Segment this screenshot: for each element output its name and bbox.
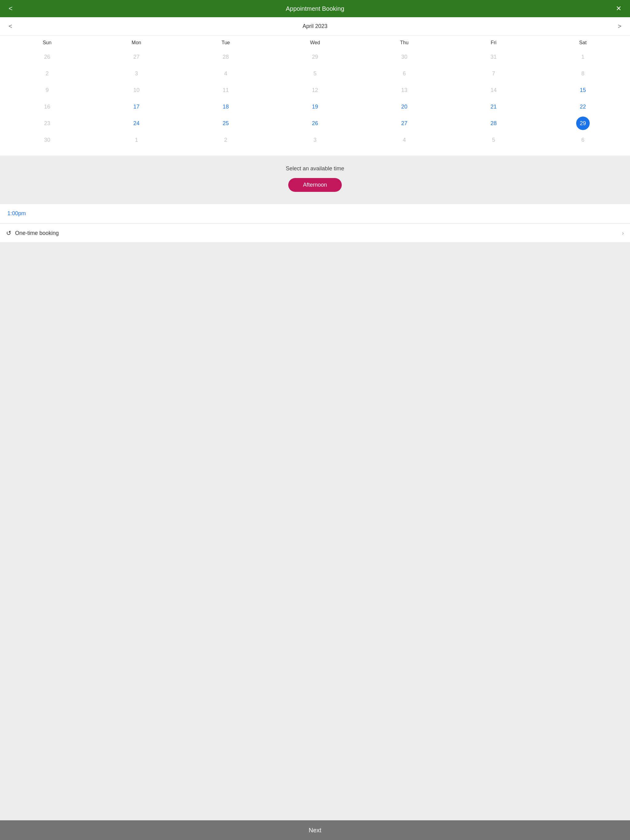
calendar-day: 28 xyxy=(219,50,233,64)
calendar-day-wrapper: 28 xyxy=(181,49,271,65)
calendar-day: 3 xyxy=(308,133,322,147)
calendar-day-wrapper: 11 xyxy=(181,82,271,98)
calendar-day: 4 xyxy=(397,133,411,147)
calendar-day-wrapper: 7 xyxy=(449,65,538,82)
calendar-day-wrapper: 5 xyxy=(271,65,359,82)
calendar-day: 8 xyxy=(576,67,590,80)
calendar-day-wrapper: 18 xyxy=(181,98,271,115)
booking-type-left: ↺ One-time booking xyxy=(6,229,59,237)
calendar-day-wrapper: 20 xyxy=(359,98,449,115)
calendar-day-wrapper: 2 xyxy=(181,132,271,148)
next-button[interactable]: Next xyxy=(0,820,630,840)
day-header-fri: Fri xyxy=(449,38,538,47)
calendar-day-wrapper: 31 xyxy=(449,49,538,65)
calendar-day-wrapper: 9 xyxy=(2,82,92,98)
calendar-day: 6 xyxy=(576,133,590,147)
back-button[interactable]: < xyxy=(6,3,15,14)
calendar-day-wrapper: 3 xyxy=(92,65,181,82)
calendar-day-wrapper: 4 xyxy=(359,132,449,148)
calendar-day: 11 xyxy=(219,83,233,97)
calendar-day-wrapper: 1 xyxy=(538,49,628,65)
calendar-day-wrapper: 3 xyxy=(271,132,359,148)
afternoon-button[interactable]: Afternoon xyxy=(288,178,342,192)
calendar-day-wrapper: 21 xyxy=(449,98,538,115)
page-title: Appointment Booking xyxy=(286,5,344,12)
calendar-day[interactable]: 15 xyxy=(576,83,590,97)
calendar-day: 13 xyxy=(397,83,411,97)
calendar-day-wrapper: 29 xyxy=(271,49,359,65)
calendar-day[interactable]: 21 xyxy=(487,100,500,114)
next-month-button[interactable]: > xyxy=(614,22,625,31)
time-slot[interactable]: 1:00pm xyxy=(7,209,623,218)
calendar-day: 3 xyxy=(130,67,143,80)
calendar-day[interactable]: 26 xyxy=(308,117,322,130)
calendar-day: 9 xyxy=(40,83,54,97)
calendar-day-wrapper: 10 xyxy=(92,82,181,98)
calendar-day: 4 xyxy=(219,67,233,80)
close-button[interactable]: ✕ xyxy=(613,3,624,14)
calendar-day: 29 xyxy=(308,50,322,64)
calendar-day[interactable]: 27 xyxy=(397,117,411,130)
calendar-day: 1 xyxy=(576,50,590,64)
calendar-day-wrapper: 30 xyxy=(2,132,92,148)
calendar-day-wrapper: 5 xyxy=(449,132,538,148)
day-header-sat: Sat xyxy=(538,38,628,47)
calendar-day-wrapper: 27 xyxy=(92,49,181,65)
calendar-day: 1 xyxy=(130,133,143,147)
calendar-day[interactable]: 18 xyxy=(219,100,233,114)
calendar-day: 31 xyxy=(487,50,500,64)
calendar-day: 2 xyxy=(40,67,54,80)
calendar-day-wrapper: 13 xyxy=(359,82,449,98)
calendar-grid: 2627282930311234567891011121314151617181… xyxy=(0,49,630,151)
calendar-day: 10 xyxy=(130,83,143,97)
calendar-day-wrapper: 8 xyxy=(538,65,628,82)
calendar-day: 30 xyxy=(397,50,411,64)
calendar-day-wrapper: 12 xyxy=(271,82,359,98)
month-navigation: < April 2023 > xyxy=(0,17,630,36)
calendar-day[interactable]: 20 xyxy=(397,100,411,114)
calendar-day-wrapper: 29 xyxy=(538,115,628,132)
calendar-day-wrapper: 2 xyxy=(2,65,92,82)
time-slots-section: 1:00pm xyxy=(0,204,630,223)
calendar-day-wrapper: 1 xyxy=(92,132,181,148)
chevron-right-icon: › xyxy=(622,230,624,237)
calendar-day-wrapper: 17 xyxy=(92,98,181,115)
day-header-mon: Mon xyxy=(92,38,181,47)
calendar-section: < April 2023 > SunMonTueWedThuFriSat 262… xyxy=(0,17,630,156)
booking-type-row[interactable]: ↺ One-time booking › xyxy=(0,224,630,243)
day-headers: SunMonTueWedThuFriSat xyxy=(0,36,630,49)
calendar-day-wrapper: 22 xyxy=(538,98,628,115)
calendar-day[interactable]: 29 xyxy=(576,117,590,130)
calendar-day[interactable]: 24 xyxy=(130,117,143,130)
calendar-day-wrapper: 6 xyxy=(538,132,628,148)
day-header-wed: Wed xyxy=(271,38,359,47)
calendar-day-wrapper: 27 xyxy=(359,115,449,132)
calendar-day-wrapper: 30 xyxy=(359,49,449,65)
calendar-day: 6 xyxy=(397,67,411,80)
calendar-day: 30 xyxy=(40,133,54,147)
calendar-day-wrapper: 4 xyxy=(181,65,271,82)
prev-month-button[interactable]: < xyxy=(5,22,16,31)
calendar-day: 7 xyxy=(487,67,500,80)
day-header-tue: Tue xyxy=(181,38,271,47)
month-title: April 2023 xyxy=(302,23,327,30)
calendar-day[interactable]: 28 xyxy=(487,117,500,130)
recurring-icon: ↺ xyxy=(6,229,11,237)
calendar-day-wrapper: 16 xyxy=(2,98,92,115)
calendar-day: 27 xyxy=(130,50,143,64)
calendar-day[interactable]: 17 xyxy=(130,100,143,114)
calendar-day[interactable]: 25 xyxy=(219,117,233,130)
calendar-day: 5 xyxy=(487,133,500,147)
next-label: Next xyxy=(309,827,321,834)
calendar-day[interactable]: 19 xyxy=(308,100,322,114)
booking-type-label: One-time booking xyxy=(15,230,59,237)
calendar-day-wrapper: 14 xyxy=(449,82,538,98)
day-header-sun: Sun xyxy=(2,38,92,47)
calendar-day[interactable]: 22 xyxy=(576,100,590,114)
select-time-label: Select an available time xyxy=(286,166,344,172)
time-section: Select an available time Afternoon xyxy=(0,156,630,204)
content-spacer xyxy=(0,243,630,820)
calendar-day: 23 xyxy=(40,117,54,130)
calendar-day: 5 xyxy=(308,67,322,80)
calendar-day: 26 xyxy=(40,50,54,64)
